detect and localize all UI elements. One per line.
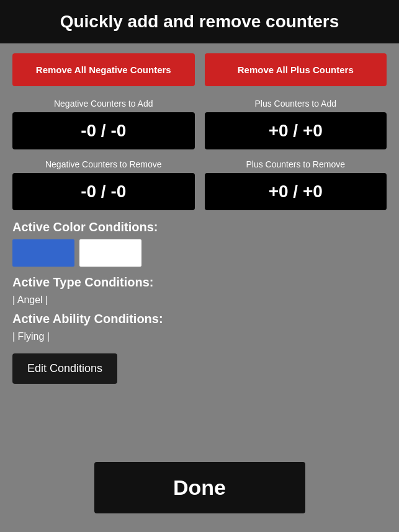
negative-remove-group: Negative Counters to Remove -0 / -0: [12, 159, 195, 210]
type-conditions-heading: Active Type Conditions:: [12, 275, 387, 290]
white-swatch[interactable]: [79, 239, 141, 267]
plus-add-label: Plus Counters to Add: [205, 99, 387, 109]
color-swatches: [12, 239, 387, 267]
color-conditions-heading: Active Color Conditions:: [12, 220, 387, 234]
negative-remove-value[interactable]: -0 / -0: [12, 173, 195, 210]
negative-remove-label: Negative Counters to Remove: [12, 159, 195, 169]
remove-buttons-row: Remove All Negative Counters Remove All …: [12, 53, 387, 86]
counters-remove-section: Negative Counters to Remove -0 / -0 Plus…: [12, 159, 387, 210]
edit-conditions-button[interactable]: Edit Conditions: [12, 353, 117, 384]
blue-swatch[interactable]: [12, 239, 74, 267]
plus-remove-value[interactable]: +0 / +0: [205, 173, 387, 210]
header: Quickly add and remove counters: [0, 0, 399, 43]
remove-all-plus-button[interactable]: Remove All Plus Counters: [205, 53, 387, 86]
done-button-container: Done: [94, 462, 305, 513]
negative-add-value[interactable]: -0 / -0: [12, 112, 195, 149]
plus-remove-label: Plus Counters to Remove: [205, 159, 387, 169]
done-button[interactable]: Done: [94, 462, 305, 513]
ability-conditions-value: | Flying |: [12, 331, 387, 342]
plus-add-group: Plus Counters to Add +0 / +0: [205, 99, 387, 149]
type-conditions-value: | Angel |: [12, 295, 387, 306]
ability-conditions-heading: Active Ability Conditions:: [12, 312, 387, 326]
plus-add-value[interactable]: +0 / +0: [205, 112, 387, 149]
main-content: Remove All Negative Counters Remove All …: [0, 43, 399, 400]
negative-add-label: Negative Counters to Add: [12, 99, 195, 109]
negative-add-group: Negative Counters to Add -0 / -0: [12, 99, 195, 149]
page-title: Quickly add and remove counters: [10, 11, 389, 32]
remove-all-negative-button[interactable]: Remove All Negative Counters: [12, 53, 195, 86]
counters-add-section: Negative Counters to Add -0 / -0 Plus Co…: [12, 99, 387, 149]
plus-remove-group: Plus Counters to Remove +0 / +0: [205, 159, 387, 210]
conditions-section: Active Color Conditions: Active Type Con…: [12, 220, 387, 390]
